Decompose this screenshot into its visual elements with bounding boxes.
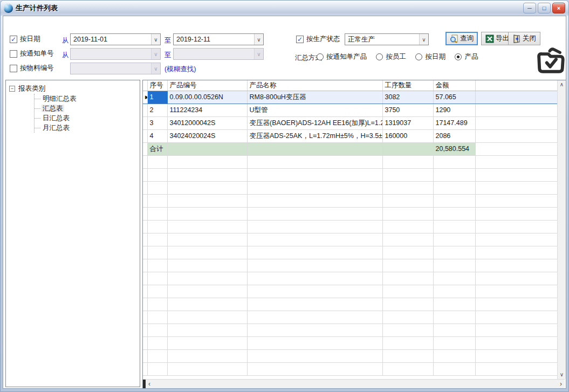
scroll-right-icon[interactable]: ›	[557, 380, 565, 388]
col-header-process-qty[interactable]: 工序数量	[382, 80, 433, 91]
by-date-checkbox[interactable]: ✓	[10, 36, 17, 43]
empty-row	[143, 207, 557, 220]
radio-icon[interactable]	[415, 53, 422, 60]
close-window-button[interactable]: ×	[552, 3, 565, 13]
col-header-amount[interactable]: 金额	[433, 80, 475, 91]
table-row[interactable]: 2 111224234 U型管 3750 1290	[143, 104, 557, 116]
date-to-label: 至	[164, 36, 172, 45]
filter-by-notice[interactable]: 按通知单号	[10, 49, 54, 58]
chevron-down-icon: ∨	[254, 49, 263, 59]
cell-seq[interactable]: 4	[147, 129, 167, 142]
table-row[interactable]: 3 34012000042S 变压器(BAOER)ADS-12AH EE16(加…	[143, 116, 557, 129]
cell-process-qty[interactable]: 3750	[382, 104, 433, 116]
filter-by-material[interactable]: 按物料编号	[10, 64, 54, 73]
table-row[interactable]: ▶ 1 0.09.00.00.0526N RM8-800uH变压器 3082 5…	[143, 91, 557, 104]
cell-amount[interactable]: 17147.489	[433, 116, 475, 129]
cell-product-name[interactable]: 变压器(BAOER)ADS-12AH EE16(加厚)L=1.25 自动	[247, 116, 382, 129]
date-to-combo[interactable]: 2019-12-11 ∨	[173, 33, 264, 45]
cell-seq[interactable]: 2	[147, 104, 167, 116]
cell-seq[interactable]: 1	[147, 91, 167, 104]
cell-product-code[interactable]: 34024020024S	[167, 129, 247, 142]
empty-row	[143, 168, 557, 181]
cell-process-qty[interactable]: 3082	[382, 91, 433, 104]
query-button[interactable]: 查询	[445, 32, 478, 45]
total-label: 合计	[147, 142, 167, 155]
cell-product-name[interactable]: U型管	[247, 104, 382, 116]
titlebar[interactable]: 生产计件列表 ─ □ ×	[1, 1, 568, 16]
close-form-button[interactable]: 关闭	[508, 32, 540, 45]
results-panel: 序号 产品编号 产品名称 工序数量 金额 ▶ 1 0.09.00.00.052	[142, 80, 566, 389]
app-window: 生产计件列表 ─ □ × ✓ 按日期 从 2019-11-01 ∨ 至 2019…	[0, 0, 569, 392]
status-combo[interactable]: 正常生产 ∨	[345, 33, 429, 45]
radio-icon-selected[interactable]	[455, 53, 462, 60]
cell-amount[interactable]: 57.065	[433, 91, 475, 104]
by-status-checkbox[interactable]: ✓	[296, 36, 304, 43]
empty-row	[143, 155, 557, 168]
date-from-combo[interactable]: 2019-11-01 ∨	[70, 33, 161, 45]
table-row[interactable]: 4 34024020024S 变压器ADS-25AK，L=1.72mH±5%，H…	[143, 129, 557, 142]
collapse-icon[interactable]: −	[9, 86, 15, 92]
cell-process-qty[interactable]: 1319037	[382, 116, 433, 129]
status-value: 正常生产	[345, 35, 419, 44]
scroll-up-icon[interactable]: ∧	[560, 80, 564, 89]
chevron-down-icon[interactable]: ∨	[254, 34, 263, 45]
cell-process-qty[interactable]: 160000	[382, 129, 433, 142]
tree-root-label[interactable]: 报表类别	[18, 84, 45, 93]
cell-product-name[interactable]: RM8-800uH变压器	[247, 91, 382, 104]
chevron-down-icon[interactable]: ∨	[419, 34, 428, 45]
radio-by-notice-product[interactable]: 按通知单产品	[317, 52, 367, 61]
chevron-down-icon[interactable]: ∨	[151, 34, 160, 45]
material-combo: ∨	[70, 63, 161, 74]
selector-header	[143, 80, 147, 91]
tree-root-node[interactable]: − 报表类别	[9, 84, 45, 93]
notice-from-combo: ∨	[70, 48, 161, 60]
summary-mode-group: 按通知单产品 按员工 按日期 产品	[317, 52, 485, 62]
maximize-button[interactable]: □	[538, 3, 551, 13]
tree-item-summary[interactable]: 汇总表	[35, 104, 78, 113]
total-amount: 20,580.554	[433, 142, 475, 155]
cell-filler	[475, 129, 557, 142]
date-to-value: 2019-12-11	[174, 36, 254, 43]
notice-from-label: 从	[62, 51, 69, 60]
empty-row	[143, 194, 557, 207]
cell-product-code[interactable]: 111224234	[167, 104, 247, 116]
report-tree-panel: − 报表类别 明细汇总表 汇总表 日汇总表 月汇总表	[5, 80, 140, 387]
filter-by-status[interactable]: ✓ 按生产状态	[296, 35, 340, 44]
client-area: ✓ 按日期 从 2019-11-01 ∨ 至 2019-12-11 ∨ 按通知单…	[3, 16, 566, 389]
tree-item-monthly-summary[interactable]: 月汇总表	[35, 123, 78, 133]
cell-seq[interactable]: 3	[147, 116, 167, 129]
radio-icon[interactable]	[376, 53, 383, 60]
empty-row	[143, 311, 557, 324]
empty-row	[143, 181, 557, 194]
col-header-product-name[interactable]: 产品名称	[247, 80, 382, 91]
tree-item-detail-summary[interactable]: 明细汇总表	[35, 94, 78, 104]
scroll-left-icon[interactable]: ‹	[146, 380, 153, 388]
vertical-scrollbar[interactable]: ∧ ∨	[557, 80, 566, 379]
by-material-checkbox[interactable]	[10, 65, 17, 72]
header-row: 序号 产品编号 产品名称 工序数量 金额	[143, 80, 557, 91]
scroll-down-icon[interactable]: ∨	[560, 370, 564, 379]
radio-by-date[interactable]: 按日期	[415, 52, 445, 61]
radio-product[interactable]: 产品	[455, 52, 478, 61]
col-header-product-code[interactable]: 产品编号	[167, 80, 247, 91]
empty-row	[143, 246, 557, 259]
col-header-filler	[475, 80, 557, 91]
app-globe-icon	[4, 4, 13, 13]
by-material-label: 按物料编号	[20, 64, 54, 73]
minimize-button[interactable]: ─	[523, 3, 536, 13]
filter-by-date[interactable]: ✓ 按日期	[10, 35, 40, 44]
cell-amount[interactable]: 2086	[433, 129, 475, 142]
search-icon	[450, 35, 458, 43]
empty-row	[143, 349, 557, 362]
radio-by-employee[interactable]: 按员工	[376, 52, 406, 61]
by-notice-checkbox[interactable]	[10, 50, 17, 58]
col-header-seq[interactable]: 序号	[147, 80, 167, 91]
cell-product-name[interactable]: 变压器ADS-25AK，L=1.72mH±5%，H=3.5±0.2m	[247, 129, 382, 142]
cell-product-code[interactable]: 0.09.00.00.0526N	[167, 91, 247, 104]
tree-item-daily-summary[interactable]: 日汇总表	[35, 113, 78, 123]
radio-icon[interactable]	[317, 53, 324, 60]
horizontal-scrollbar[interactable]: ‹ ›	[143, 379, 565, 388]
cell-amount[interactable]: 1290	[433, 104, 475, 116]
export-button-label: 导出	[496, 34, 509, 43]
cell-product-code[interactable]: 34012000042S	[167, 116, 247, 129]
